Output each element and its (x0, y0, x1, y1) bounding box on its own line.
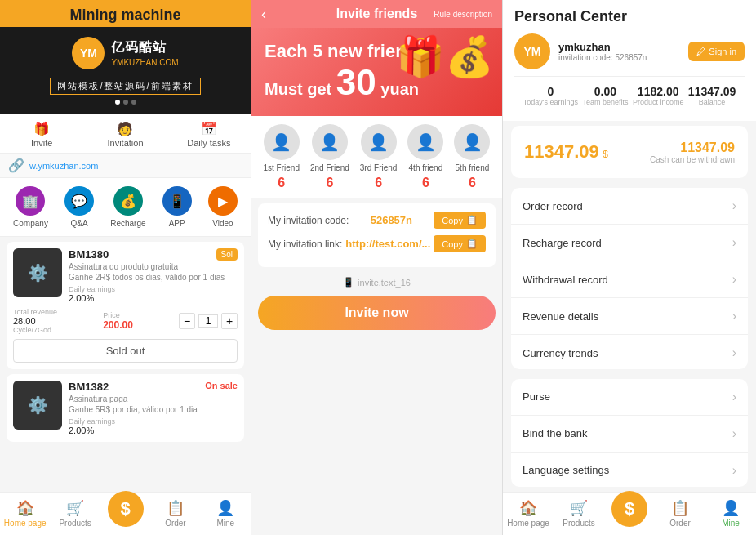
rule-description-link[interactable]: Rule description (434, 10, 492, 19)
nav-products[interactable]: 🛒 Products (50, 496, 100, 532)
nav-mine[interactable]: 👤 Mine (201, 496, 251, 532)
invite-now-button[interactable]: Invite now (258, 296, 496, 330)
menu-withdrawal-record[interactable]: Withdrawal record › (511, 261, 748, 298)
quick-company[interactable]: 🏢 Company (13, 186, 48, 228)
menu-revenue-label: Revenue details (523, 310, 598, 323)
qty-control-1: − 1 + (179, 313, 238, 329)
p3-order-label: Order (669, 519, 691, 528)
total-label-1: Total revenue (13, 308, 57, 316)
hero-must-get: Must get (265, 80, 331, 98)
friend-slots-row: 👤 1st Friend 6 👤 2nd Friend 6 👤 3rd Frie… (251, 116, 502, 198)
quick-qa[interactable]: 💬 Q&A (64, 186, 94, 228)
menu-recharge-record[interactable]: Recharge record › (511, 225, 748, 261)
friend-label-5: 5th friend (456, 163, 490, 172)
invite-code-label: My invitation code: (268, 215, 349, 226)
menu-purse[interactable]: Purse › (511, 379, 748, 416)
balance-card: 11347.09 $ 11347.09 Cash can be withdraw… (511, 126, 748, 178)
menu-language[interactable]: Language settings › (511, 453, 748, 488)
p3-nav-home[interactable]: 🏠 Home page (503, 496, 554, 532)
copy-link-icon: 📋 (466, 239, 478, 249)
p3-order-icon: 📋 (671, 499, 689, 517)
friend-slot-1: 👤 1st Friend 6 (264, 124, 300, 190)
sign-in-icon: 🖊 (696, 47, 705, 56)
invite-header: ‹ Invite friends Rule description (251, 0, 502, 28)
chevron-bank-icon: › (732, 426, 736, 441)
url-bar: 🔗 w.ymkuzhan.com (0, 154, 251, 178)
avatar: YM (514, 33, 550, 69)
profile-row: YM ymkuzhan invitation code: 526857n 🖊 S… (514, 33, 745, 69)
p3-mine-label: Mine (722, 519, 740, 528)
copy-link-button[interactable]: Copy 📋 (434, 235, 486, 252)
quick-video[interactable]: ▶ Video (208, 186, 238, 228)
nav-order[interactable]: 📋 Order (150, 496, 200, 532)
nav-home[interactable]: 🏠 Home page (0, 496, 50, 532)
menu-currency-trends[interactable]: Currency trends › (511, 335, 748, 369)
url-icon: 🔗 (8, 158, 24, 173)
back-arrow-icon[interactable]: ‹ (261, 6, 266, 23)
dot-3 (131, 100, 136, 105)
recharge-icon: 💰 (113, 186, 143, 216)
menu-language-label: Language settings (523, 464, 609, 476)
balance-amount: 11347.09 (524, 141, 599, 162)
cycle-label-1: Cycle/7God (13, 326, 57, 334)
friend-slot-4: 👤 4th friend 6 (407, 124, 443, 190)
menu-bind-bank[interactable]: Bind the bank › (511, 416, 748, 453)
friend-slot-5: 👤 5th friend 6 (454, 124, 490, 190)
menu-revenue-details[interactable]: Revenue details › (511, 298, 748, 335)
quick-recharge[interactable]: 💰 Recharge (110, 186, 145, 228)
tab-invite[interactable]: 🎁 Invite (0, 114, 83, 153)
recharge-label: Recharge (110, 219, 145, 228)
panel-invite-friends: ‹ Invite friends Rule description Each 5… (251, 0, 503, 535)
chevron-language-icon: › (732, 463, 736, 478)
stat-today: 0 Today's earnings (523, 85, 578, 106)
product-desc2-2: Ganhe 5R$ por dia, válido por 1 dia (69, 405, 238, 414)
qty-minus-1[interactable]: − (179, 313, 195, 329)
stat-product-desc: Product income (633, 98, 684, 106)
chevron-recharge-icon: › (732, 235, 736, 250)
copy-code-button[interactable]: Copy 📋 (434, 212, 486, 229)
friend-num-3: 6 (375, 176, 382, 190)
cash-amount: 11347.09 (650, 140, 735, 155)
p3-nav-order[interactable]: 📋 Order (655, 496, 705, 532)
app-icon: 📱 (162, 186, 192, 216)
quick-app[interactable]: 📱 APP (162, 186, 192, 228)
sign-in-button[interactable]: 🖊 Sign in (688, 42, 745, 61)
banner-sub: YMKUZHAN.COM (111, 58, 178, 67)
panel1-nav: 🎁 Invite 🧑 Invitation 📅 Daily tasks (0, 114, 251, 154)
p3-nav-dollar[interactable]: $ (604, 496, 655, 532)
chevron-revenue-icon: › (732, 309, 736, 323)
company-icon: 🏢 (16, 186, 45, 216)
friend-label-4: 4th friend (409, 163, 443, 172)
mining-title: Mining machine (69, 7, 180, 23)
chevron-withdrawal-icon: › (732, 272, 736, 287)
invite-title: Invite friends (336, 7, 418, 21)
nav-products-label: Products (59, 519, 91, 528)
product-card-2: On sale ⚙️ BM1382 Assinatura paga Ganhe … (7, 374, 244, 442)
friend-label-2: 2nd Friend (310, 163, 349, 172)
sold-out-button[interactable]: Sold out (13, 339, 238, 363)
p3-home-label: Home page (507, 519, 549, 528)
stat-team-num: 0.00 (594, 85, 616, 98)
tab-invitation[interactable]: 🧑 Invitation (83, 114, 167, 153)
nav-dollar[interactable]: $ (100, 496, 150, 532)
banner-tagline: 网站模板/整站源码/前端素材 (50, 78, 200, 95)
product-img-1: ⚙️ (13, 248, 62, 297)
p3-nav-products[interactable]: 🛒 Products (554, 496, 604, 532)
hero-big-num: 30 (336, 62, 376, 102)
p3-mine-icon: 👤 (722, 499, 740, 517)
friend-label-1: 1st Friend (264, 163, 300, 172)
chevron-order-icon: › (732, 198, 736, 213)
chevron-currency-icon: › (732, 346, 736, 360)
invite-hero-banner: Each 5 new friend Must get 30 yuan 🎁💰 (251, 28, 502, 116)
menu-order-record[interactable]: Order record › (511, 188, 748, 225)
price-label-1: Price (103, 311, 133, 319)
friend-avatar-3: 👤 (361, 124, 397, 160)
friend-num-4: 6 (422, 176, 429, 190)
stat-team: 0.00 Team benefits (582, 85, 628, 106)
qty-plus-1[interactable]: + (221, 313, 238, 329)
menu-recharge-label: Recharge record (523, 237, 602, 249)
menu-withdrawal-label: Withdrawal record (523, 274, 608, 286)
p3-nav-mine[interactable]: 👤 Mine (705, 496, 756, 532)
invite-link-row: My invitation link: http://test.com/... … (268, 235, 486, 252)
tab-daily-tasks[interactable]: 📅 Daily tasks (167, 114, 251, 153)
